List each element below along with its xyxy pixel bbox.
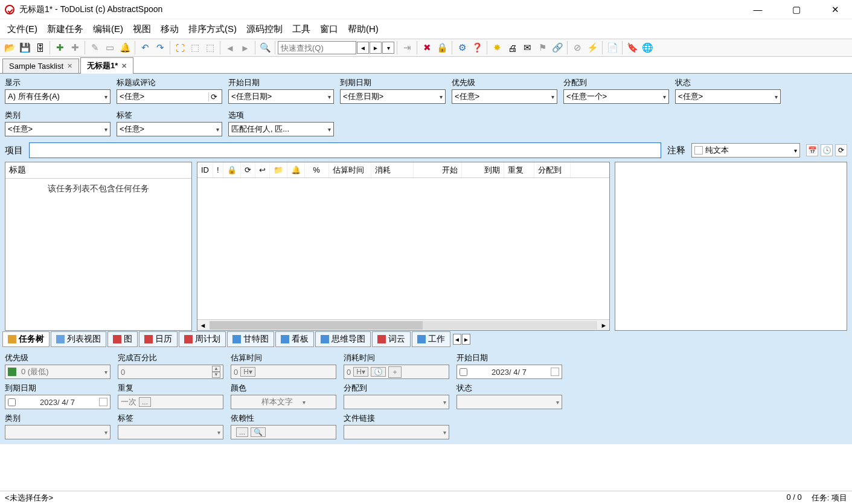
find-icon[interactable]: 🔍	[258, 40, 272, 55]
col-repeat[interactable]: 重复	[504, 162, 534, 177]
bolt-icon[interactable]: ⚡	[585, 40, 600, 55]
menu-view[interactable]: 视图	[129, 21, 155, 37]
cal-icon[interactable]: 📅	[806, 144, 818, 156]
undo-icon[interactable]: ↶	[138, 40, 152, 55]
star-icon[interactable]: ✸	[490, 40, 504, 55]
grid-hscroll[interactable]: ◄ ►	[197, 319, 609, 330]
project-input[interactable]	[29, 142, 661, 158]
ddate-checkbox[interactable]	[8, 398, 16, 406]
viewtab-tree[interactable]: 任务树	[2, 331, 50, 347]
filter-due-select[interactable]: <任意日期>▾	[340, 89, 446, 104]
attr-dep-input[interactable]: ...🔍	[231, 425, 336, 439]
redo-icon[interactable]: ↷	[153, 40, 167, 55]
taskgrid-pane[interactable]: ID ! 🔒 ⟳ ↩ 📁 🔔 % 估算时间 消耗 开始 到期 重复 分配到 ◄ …	[197, 162, 610, 331]
viewtab-wordcloud[interactable]: 词云	[372, 331, 411, 347]
viewtab-calendar[interactable]: 日历	[139, 331, 178, 347]
collapse2-icon[interactable]: ⬚	[203, 40, 217, 55]
attr-pct-input[interactable]: 0▲▼	[118, 365, 223, 379]
add-sub-icon[interactable]: ✚	[68, 40, 82, 55]
clock-icon[interactable]: 🕓	[821, 144, 833, 156]
col-due[interactable]: 到期	[462, 162, 504, 177]
viewtab-mindmap[interactable]: 思维导图	[315, 331, 371, 347]
lock-icon[interactable]: 🔒	[435, 40, 449, 55]
card-icon[interactable]: ▭	[103, 40, 117, 55]
import-icon[interactable]: ⇥	[400, 40, 414, 55]
col-folder-icon[interactable]: 📁	[270, 162, 287, 177]
attr-file-select[interactable]: ▾	[344, 425, 449, 439]
comment-type-select[interactable]: 纯文本▾	[691, 143, 800, 158]
save-icon[interactable]: 💾	[18, 40, 32, 55]
col-pct[interactable]: %	[305, 162, 329, 177]
menu-help[interactable]: 帮助(H)	[344, 21, 382, 37]
col-reply-icon[interactable]: ↩	[255, 162, 270, 177]
col-assign[interactable]: 分配到	[534, 162, 571, 177]
attr-prio-select[interactable]: 0 (最低)▾	[5, 365, 111, 379]
attr-spent-input[interactable]: 0H▾🕓＋	[344, 365, 449, 379]
sdate-checkbox[interactable]	[460, 368, 467, 376]
more-icon[interactable]: ...	[236, 427, 248, 437]
filter-title-input[interactable]: <任意>⟳	[117, 89, 222, 104]
menu-tools[interactable]: 工具	[289, 21, 314, 37]
spin-up-icon[interactable]: ▲	[212, 366, 220, 372]
tasktree-pane[interactable]: 标题 该任务列表不包含任何任务	[5, 162, 192, 331]
help-icon[interactable]: ❓	[470, 40, 484, 55]
delete-icon[interactable]: ✖	[420, 40, 434, 55]
attr-ddate-picker[interactable]: 2023/ 4/ 7	[5, 395, 111, 409]
tag-icon[interactable]: 🔖	[625, 40, 639, 55]
attr-color-select[interactable]: 样本文字▾	[231, 395, 336, 409]
attr-repeat-input[interactable]: 一次...	[118, 395, 223, 409]
scroll-right-icon[interactable]: ►	[598, 322, 609, 329]
timer-icon[interactable]: 🕓	[371, 367, 386, 377]
attr-tag-select[interactable]: ▾	[118, 425, 223, 439]
print-icon[interactable]: 🖨	[505, 40, 519, 55]
scroll-track[interactable]	[210, 321, 597, 330]
next-icon[interactable]: ►	[238, 40, 252, 55]
viewtab-gantt[interactable]: 甘特图	[227, 331, 274, 347]
search-prev-button[interactable]: ◄	[357, 42, 369, 54]
filter-start-select[interactable]: <任意日期>▾	[228, 89, 334, 104]
open-icon[interactable]: 📂	[2, 40, 17, 55]
grid-body[interactable]	[197, 178, 609, 319]
collapse1-icon[interactable]: ⬚	[188, 40, 202, 55]
rec-icon[interactable]: ⟳	[835, 144, 847, 156]
filter-prio-select[interactable]: <任意>▾	[452, 89, 557, 104]
add-icon[interactable]: ✚	[53, 40, 67, 55]
alarm-icon[interactable]: 🔔	[118, 40, 132, 55]
tab-sample[interactable]: Sample Tasklist ✕	[2, 59, 79, 73]
viewtab-week[interactable]: 周计划	[179, 331, 226, 347]
expand-icon[interactable]: ⛶	[173, 40, 187, 55]
menu-newtask[interactable]: 新建任务	[43, 21, 87, 37]
viewtab-list[interactable]: 列表视图	[51, 331, 106, 347]
minimize-button[interactable]: —	[746, 1, 770, 18]
menu-file[interactable]: 文件(E)	[4, 21, 41, 37]
saveall-icon[interactable]: 🗄	[33, 40, 47, 55]
col-spent[interactable]: 消耗	[371, 162, 414, 177]
viewtab-work[interactable]: 工作	[412, 331, 450, 347]
menu-move[interactable]: 移动	[157, 21, 182, 37]
menu-edit[interactable]: 编辑(E)	[89, 21, 127, 37]
prev-icon[interactable]: ◄	[223, 40, 237, 55]
col-start[interactable]: 开始	[414, 162, 462, 177]
edit-icon[interactable]: ✎	[88, 40, 102, 55]
attr-assign-select[interactable]: ▾	[344, 395, 449, 409]
comments-pane[interactable]	[615, 162, 847, 331]
remove-icon[interactable]: ⊘	[570, 40, 585, 55]
maximize-button[interactable]: ▢	[784, 1, 809, 18]
search-next-button[interactable]: ►	[370, 42, 382, 54]
filter-assign-select[interactable]: <任意一个>▾	[563, 89, 669, 104]
menu-sort[interactable]: 排序方式(S)	[185, 21, 240, 37]
link-icon[interactable]: 🔗	[550, 40, 565, 55]
filter-category-select[interactable]: <任意>▾	[5, 122, 111, 136]
col-lock-icon[interactable]: 🔒	[223, 162, 241, 177]
menu-source[interactable]: 源码控制	[243, 21, 286, 37]
search-icon[interactable]: 🔍	[251, 427, 266, 437]
col-recur-icon[interactable]: ⟳	[241, 162, 255, 177]
close-button[interactable]: ✕	[823, 1, 847, 18]
notes-icon[interactable]: 📄	[605, 40, 620, 55]
viewtab-kanban[interactable]: 看板	[275, 331, 314, 347]
plus-icon[interactable]: ＋	[388, 366, 402, 378]
attr-cat-select[interactable]: ▾	[5, 425, 111, 439]
attr-status-select[interactable]: ▾	[456, 395, 562, 409]
tab-close-icon[interactable]: ✕	[67, 62, 72, 70]
tab-close-icon[interactable]: ✕	[121, 62, 127, 70]
